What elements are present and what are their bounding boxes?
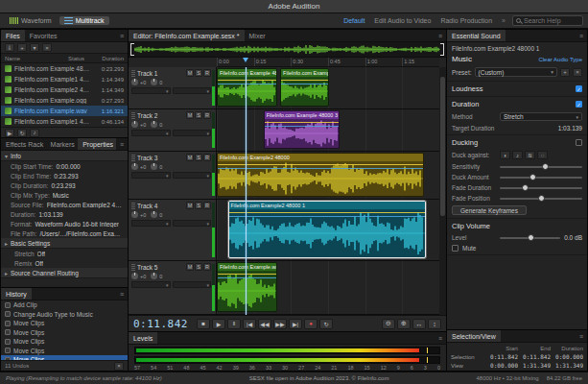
track-drag-handle[interactable] xyxy=(131,155,135,161)
track-header[interactable]: Track 4MSR+00▾▾ xyxy=(129,200,217,260)
slider-thumb[interactable] xyxy=(529,174,536,180)
tab-selection-view[interactable]: Selection/View xyxy=(447,330,501,342)
music-icon[interactable]: ♪ xyxy=(512,151,523,159)
arm-record-button[interactable]: R xyxy=(203,202,211,209)
arm-record-button[interactable]: R xyxy=(203,263,211,271)
pan-envelope[interactable] xyxy=(281,84,328,84)
panel-menu-icon[interactable]: ≡ xyxy=(576,30,587,41)
mute-button[interactable]: M xyxy=(186,111,194,119)
tab-history[interactable]: History xyxy=(1,288,32,300)
method-dropdown[interactable]: Stretch ▾ xyxy=(500,112,582,121)
file-row[interactable]: FileInfo.com Example.wav1:16.321 xyxy=(1,106,128,116)
audio-clip[interactable]: FileInfo.com Example.wav xyxy=(217,262,277,312)
mute-button[interactable]: M xyxy=(186,154,194,161)
audio-clip[interactable]: FileInfo.com Example2 48000 xyxy=(217,153,424,197)
pan-knob[interactable] xyxy=(151,273,157,279)
solo-button[interactable]: S xyxy=(195,202,202,209)
tab-markers[interactable]: Markers xyxy=(46,138,79,150)
workspace-tab[interactable]: Default xyxy=(340,16,368,25)
file-row[interactable]: FileInfo.com Example2 48000.wav1:14.349 xyxy=(1,84,128,95)
fast-forward-button[interactable]: ▶▶ xyxy=(273,319,287,329)
level-slider[interactable] xyxy=(500,237,560,239)
timeline-ruler[interactable]: 0:000:150:300:451:001:151:30 xyxy=(217,58,439,67)
solo-button[interactable]: S xyxy=(195,263,202,271)
import-file-icon[interactable]: ⇩ xyxy=(5,43,14,52)
tab-properties[interactable]: Properties xyxy=(78,138,116,150)
mute-checkbox[interactable] xyxy=(452,245,459,252)
generate-keyframes-button[interactable]: Generate Keyframes xyxy=(452,205,527,215)
section-header[interactable]: ▸Source Channel Routing xyxy=(1,268,128,278)
volume-knob[interactable] xyxy=(131,273,138,279)
track-lane[interactable]: FileInfo.com Example 48000 3 xyxy=(217,109,439,151)
new-container-icon[interactable]: + xyxy=(17,43,27,52)
section-header[interactable]: ▸Basic Settings xyxy=(1,238,128,249)
volume-envelope[interactable] xyxy=(218,80,276,81)
track-lane[interactable]: FileInfo.com Example2 48000 xyxy=(217,152,439,199)
panel-menu-icon[interactable]: ≡ xyxy=(435,332,446,344)
track-lane[interactable]: FileInfo.com Example 48000 3FileInfo.com… xyxy=(217,67,439,108)
input-routing-dropdown[interactable]: ▾ xyxy=(131,281,171,288)
track-lane[interactable]: FileInfo.com Example2 48000 1 xyxy=(217,200,439,260)
arm-record-button[interactable]: R xyxy=(203,69,211,77)
track-drag-handle[interactable] xyxy=(131,70,135,77)
file-row[interactable]: FileInfo.com Example1 48000.wav0:46.134 xyxy=(1,116,128,127)
volume-envelope[interactable] xyxy=(218,164,423,165)
volume-envelope[interactable] xyxy=(218,274,276,275)
clip-volume-section-label[interactable]: Clip Volume xyxy=(452,222,490,230)
history-item[interactable]: Add Clip xyxy=(1,300,128,310)
volume-knob[interactable] xyxy=(131,211,138,218)
history-item[interactable]: Move Clips xyxy=(1,319,128,328)
output-routing-dropdown[interactable]: ▾ xyxy=(173,130,212,136)
workspace-tab[interactable]: Edit Audio to Video xyxy=(370,16,435,25)
mute-button[interactable]: M xyxy=(186,263,194,271)
ambience-icon[interactable]: ◌ xyxy=(537,151,548,159)
zoom-horizontal-button[interactable]: ↔ xyxy=(412,319,426,329)
file-row[interactable]: FileInfo.com Example.ogg0:27.293 xyxy=(1,95,128,106)
trash-icon[interactable]: × xyxy=(42,43,52,52)
record-button[interactable]: ● xyxy=(304,319,318,329)
tab-levels[interactable]: Levels xyxy=(129,332,157,344)
sort-icon[interactable]: ▾ xyxy=(30,43,39,52)
column-duration[interactable]: Duration xyxy=(93,56,124,61)
help-search-input[interactable]: Search Help xyxy=(512,15,583,26)
mute-button[interactable]: M xyxy=(186,202,194,209)
track-lane[interactable]: FileInfo.com Example.wav xyxy=(217,261,439,314)
tab-mixer[interactable]: Mixer xyxy=(245,30,270,41)
pan-knob[interactable] xyxy=(151,163,157,170)
audio-clip[interactable]: FileInfo.com Example2 48000 1 xyxy=(228,201,426,258)
sfx-icon[interactable]: ≋ xyxy=(525,151,535,159)
file-row[interactable]: FileInfo.com Example 48000 3.wav0:23.293 xyxy=(1,63,128,74)
preview-autoplay-button[interactable]: ♪ xyxy=(30,129,39,137)
volume-knob[interactable] xyxy=(131,163,138,170)
panel-menu-icon[interactable]: ≡ xyxy=(576,330,587,342)
preview-loop-button[interactable]: ↻ xyxy=(17,129,27,137)
level-slider-thumb[interactable] xyxy=(528,234,534,241)
dialogue-icon[interactable]: ◖ xyxy=(500,151,510,159)
pause-button[interactable]: ‖ xyxy=(227,319,241,329)
arm-record-button[interactable]: R xyxy=(203,111,211,119)
solo-button[interactable]: S xyxy=(195,111,202,119)
volume-envelope[interactable] xyxy=(265,122,339,123)
track-header[interactable]: Track 5MSR+00▾▾ xyxy=(129,261,217,314)
input-routing-dropdown[interactable]: ▾ xyxy=(131,220,171,227)
playhead-marker[interactable] xyxy=(243,58,248,65)
pan-envelope[interactable] xyxy=(229,216,425,217)
tab-files[interactable]: Files xyxy=(1,30,25,41)
ducking-checkbox[interactable] xyxy=(576,139,582,146)
rewind-button[interactable]: ◀◀ xyxy=(258,319,271,329)
loop-playback-button[interactable]: ↻ xyxy=(319,319,333,329)
audio-clip[interactable]: FileInfo.com Example 48000 3 xyxy=(217,68,277,107)
input-routing-dropdown[interactable]: ▾ xyxy=(131,172,171,179)
file-row[interactable]: FileInfo.com Example1 48000.wav1:14.349 xyxy=(1,74,128,84)
mute-button[interactable]: M xyxy=(186,69,194,77)
input-routing-dropdown[interactable]: ▾ xyxy=(131,130,171,136)
track-drag-handle[interactable] xyxy=(131,112,135,119)
column-status[interactable]: Status xyxy=(68,56,93,61)
workspace-tab[interactable]: Radio Production xyxy=(436,16,496,25)
arm-record-button[interactable]: R xyxy=(203,154,211,161)
loudness-section-label[interactable]: Loudness xyxy=(452,84,483,93)
tab-favorites[interactable]: Favorites xyxy=(25,30,62,41)
volume-envelope[interactable] xyxy=(281,80,328,81)
output-routing-dropdown[interactable]: ▾ xyxy=(173,172,212,179)
scrollbar-thumb[interactable] xyxy=(440,77,445,215)
